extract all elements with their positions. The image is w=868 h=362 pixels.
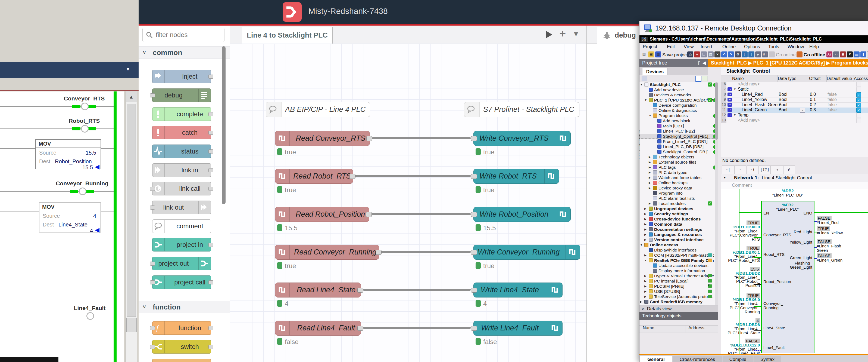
comment-node[interactable]: AB EIP/CIP - Line 4 PLC bbox=[266, 102, 370, 117]
s7-write-node[interactable]: Write Line4_State bbox=[473, 282, 562, 298]
scrollbar-thumb[interactable] bbox=[127, 104, 136, 317]
input-port[interactable] bbox=[471, 136, 477, 141]
output-port[interactable] bbox=[209, 149, 213, 154]
tree-item-line4-plc-fb2-[interactable]: Line4_PLC [FB2] bbox=[640, 129, 718, 134]
tag-row-11[interactable]: 11⊸Line4_GreenBool≡0.3false✓ bbox=[721, 108, 868, 113]
palette-node-inject[interactable]: inject bbox=[152, 70, 211, 83]
palette-node-project call[interactable]: project call bbox=[152, 275, 211, 289]
accessible-checkbox[interactable]: ✓ bbox=[856, 98, 861, 102]
input-port[interactable] bbox=[150, 326, 155, 330]
input-port[interactable] bbox=[471, 212, 477, 217]
menu-online[interactable]: Online bbox=[722, 44, 736, 50]
tree-item-card-reader-usb-memory[interactable]: ▶Card Reader/USB memory bbox=[640, 299, 718, 304]
tree-item-stacklight-control-db-[interactable]: Stacklight_Control_DB [... bbox=[640, 149, 718, 154]
new-icon[interactable]: ▤ bbox=[641, 51, 647, 57]
menu-view[interactable]: View bbox=[684, 44, 694, 50]
paste-icon[interactable]: ▤ bbox=[708, 51, 714, 57]
tree-item-common-data[interactable]: ▶Common data bbox=[640, 222, 718, 227]
s7-write-node[interactable]: Write Line4_Fault bbox=[473, 321, 562, 336]
column-header-default-value[interactable]: Default value bbox=[827, 75, 854, 82]
start-cpu-icon[interactable]: ▸ bbox=[755, 51, 761, 57]
win1-icon[interactable]: ▱ bbox=[833, 51, 839, 57]
s7-read-node[interactable]: Read Conveyor_Running bbox=[275, 245, 379, 260]
input-port[interactable] bbox=[150, 187, 155, 191]
palette-node-switch[interactable]: switch bbox=[152, 340, 211, 354]
input-port[interactable] bbox=[471, 250, 477, 255]
tree-expander-icon[interactable]: ▶ bbox=[644, 228, 647, 231]
input-port[interactable] bbox=[150, 280, 155, 284]
tree-expander-icon[interactable]: ▶ bbox=[644, 233, 647, 236]
tree-item-security-settings[interactable]: ▶Security settings bbox=[640, 211, 718, 216]
tree-item-pc-internal-local-[interactable]: ▶PC internal [Local] bbox=[640, 278, 718, 284]
palette-node-link in[interactable]: link in bbox=[152, 163, 211, 177]
inspector-tab-cross-references[interactable]: Cross-references bbox=[673, 356, 722, 362]
palette-scrollbar[interactable] bbox=[222, 46, 225, 204]
tree-item-online-access[interactable]: ▼Online access bbox=[640, 242, 718, 247]
lad-element-button[interactable]: [??] bbox=[759, 166, 771, 174]
column-header-offset[interactable]: Offset bbox=[809, 75, 827, 82]
palette-node-project out[interactable]: project out bbox=[152, 257, 211, 270]
inspector-tab-general[interactable]: General bbox=[640, 356, 672, 362]
tree-item-plc-alarm-text-lists[interactable]: PLC alarm text lists bbox=[640, 196, 718, 201]
lad-element-button[interactable]: -( )- bbox=[746, 166, 758, 174]
lad-element-button[interactable]: -|/|- bbox=[734, 166, 746, 174]
mov-instruction[interactable]: MOVSource4DestLine4_State4◀ bbox=[39, 202, 101, 232]
tree-item-local-modules[interactable]: ▶Local modules✓ bbox=[640, 201, 718, 206]
tree-item-watch-and-force-tables[interactable]: ▶Watch and force tables bbox=[640, 175, 718, 180]
accessible-checkbox-empty[interactable] bbox=[856, 113, 861, 118]
input-port[interactable] bbox=[150, 93, 155, 98]
tag-row-13[interactable]: 13<Add new> bbox=[721, 118, 868, 123]
tree-expander-icon[interactable]: ▼ bbox=[644, 99, 647, 102]
tree-item-from-line4-plc-db1-[interactable]: From_Line4_PLC [DB1] bbox=[640, 139, 718, 144]
output-port[interactable] bbox=[366, 136, 372, 141]
tree-item-update-accessible-devices[interactable]: Update accessible devices bbox=[640, 263, 718, 268]
menu-window[interactable]: Window bbox=[787, 44, 804, 50]
tag-row-7[interactable]: 7⊸▼Static bbox=[721, 87, 868, 92]
tree-item-ungrouped-devices[interactable]: ▶Ungrouped devices bbox=[640, 206, 718, 211]
palette-section-function[interactable]: ˅function bbox=[138, 301, 230, 313]
tree-expander-icon[interactable]: ▶ bbox=[649, 171, 651, 174]
undo-icon[interactable]: ↶ bbox=[721, 51, 727, 57]
close-x-icon[interactable]: ✗ bbox=[847, 51, 853, 57]
tree-expander-icon[interactable]: ▶ bbox=[640, 300, 642, 303]
tree-item-languages-resources[interactable]: ▶Languages & resources bbox=[640, 232, 718, 237]
diag-icon[interactable]: A? bbox=[827, 51, 832, 57]
tag-row-8[interactable]: 8⊸Line4_RedBool0.0false✓ bbox=[721, 92, 868, 98]
input-port[interactable] bbox=[150, 205, 155, 210]
tree-expander-icon[interactable]: ▶ bbox=[644, 280, 647, 282]
tree-item-display-more-information[interactable]: Display more information bbox=[640, 268, 718, 273]
split-v-icon[interactable]: ▮ bbox=[860, 51, 866, 57]
output-port[interactable] bbox=[209, 75, 213, 79]
s7-read-node[interactable]: Read Line4_Fault bbox=[275, 321, 361, 336]
tag-row-10[interactable]: 10⊸Line4_Flash_GreenBool0.2false✓ bbox=[721, 102, 868, 108]
tag-row-9[interactable]: 9⊸Line4_YellowBool0.1false✓ bbox=[721, 97, 868, 103]
mov-instruction[interactable]: MOVSource15.5DestRobot_Position15.5◀ bbox=[35, 139, 101, 169]
tree-item-stacklight-plc[interactable]: ▼Stacklight_PLC✓ bbox=[640, 82, 718, 87]
s7-write-node[interactable]: Write Conveyor_Running bbox=[473, 245, 580, 260]
palette-node-function[interactable]: ffunction bbox=[152, 321, 211, 335]
datatype-picker-button[interactable]: ≡ bbox=[800, 108, 805, 113]
rslogix-pane-titlebar[interactable]: ▼ bbox=[0, 62, 138, 78]
flow-tab[interactable]: Line 4 to Stacklight PLC bbox=[242, 27, 333, 44]
column-header-name[interactable]: Name bbox=[732, 75, 778, 82]
palette-node-debug[interactable]: debug bbox=[152, 88, 211, 102]
lad-element-button[interactable]: → bbox=[771, 166, 783, 174]
inspector-tab-syntax[interactable]: Syntax bbox=[753, 356, 781, 362]
network-comment[interactable]: Comment bbox=[721, 182, 868, 189]
go-online-icon[interactable] bbox=[769, 51, 775, 57]
rt-icon[interactable]: RT bbox=[762, 51, 768, 57]
tree-item-program-blocks[interactable]: ▼Program blocks bbox=[640, 113, 718, 118]
ladder-scrollbar[interactable]: ▲ bbox=[126, 91, 137, 362]
palette-node-comment[interactable]: comment bbox=[152, 219, 211, 233]
menu-tools[interactable]: Tools bbox=[768, 44, 779, 50]
save-icon[interactable]: ▦ bbox=[655, 51, 661, 57]
output-port[interactable] bbox=[349, 174, 355, 179]
tree-expander-icon[interactable]: ▶ bbox=[649, 181, 651, 184]
tree-item-hyper-v-virtual-ethernet-adapter[interactable]: ▶Hyper-V Virtual Ethernet Adapter bbox=[640, 273, 718, 278]
accessible-checkbox[interactable]: ✓ bbox=[856, 92, 861, 97]
tree-item-program-info[interactable]: Program info bbox=[640, 191, 718, 196]
compile-icon[interactable]: ⚙ bbox=[735, 51, 741, 57]
tree-expander-icon[interactable]: ▶ bbox=[644, 207, 647, 210]
palette-node-link out[interactable]: link out bbox=[152, 201, 211, 214]
list-view-icon[interactable] bbox=[695, 76, 702, 82]
